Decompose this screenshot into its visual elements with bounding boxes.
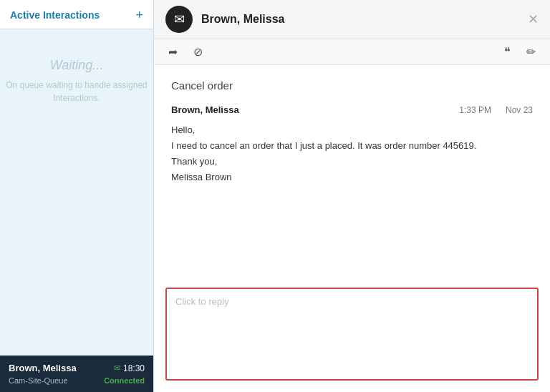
- close-button[interactable]: ✕: [528, 11, 539, 27]
- interaction-time-wrap: ✉ 18:30: [114, 363, 145, 373]
- interaction-contact-name: Brown, Melissa: [9, 363, 77, 373]
- app-container: Active Interactions + Waiting... On queu…: [0, 0, 550, 392]
- reply-placeholder: Click to reply: [175, 296, 228, 307]
- reply-area[interactable]: Click to reply: [165, 288, 539, 381]
- email-meta: Brown, Melissa 1:33 PM Nov 23: [171, 104, 533, 115]
- interaction-item-top: Brown, Melissa ✉ 18:30: [9, 363, 145, 373]
- waiting-title: Waiting...: [50, 58, 104, 73]
- toolbar-right: ❝ ✏: [501, 44, 539, 60]
- email-subject: Cancel order: [171, 79, 533, 92]
- toolbar: ➦ ⊘ ❝ ✏: [154, 39, 550, 65]
- main-content: ✉ Brown, Melissa ✕ ➦ ⊘ ❝ ✏ Cancel order …: [154, 0, 550, 392]
- interaction-item-bottom: Cam-Site-Queue Connected: [9, 376, 145, 385]
- avatar: ✉: [165, 6, 193, 33]
- email-body-line-2: I need to cancel an order that I just a …: [171, 138, 533, 154]
- email-area: Cancel order Brown, Melissa 1:33 PM Nov …: [154, 65, 550, 288]
- email-time-wrap: 1:33 PM Nov 23: [459, 105, 533, 115]
- email-icon: ✉: [114, 363, 120, 373]
- waiting-description: On queue waiting to handle assigned Inte…: [0, 79, 153, 104]
- email-sender: Brown, Melissa: [171, 104, 239, 115]
- sidebar-title: Active Interactions: [10, 9, 100, 21]
- avatar-icon: ✉: [174, 11, 185, 27]
- add-interaction-button[interactable]: +: [135, 9, 143, 21]
- contact-name: Brown, Melissa: [201, 13, 519, 26]
- email-body-line-3: Thank you,: [171, 154, 533, 170]
- block-button[interactable]: ⊘: [190, 44, 206, 60]
- sidebar-header: Active Interactions +: [0, 0, 153, 29]
- compose-button[interactable]: ✏: [524, 44, 539, 60]
- email-body: Hello, I need to cancel an order that I …: [171, 122, 533, 185]
- email-time: 1:33 PM: [459, 105, 491, 115]
- interaction-item[interactable]: Brown, Melissa ✉ 18:30 Cam-Site-Queue Co…: [0, 356, 153, 392]
- sidebar: Active Interactions + Waiting... On queu…: [0, 0, 154, 392]
- sidebar-waiting-area: Waiting... On queue waiting to handle as…: [0, 29, 153, 356]
- interaction-time: 18:30: [123, 363, 145, 373]
- forward-button[interactable]: ➦: [165, 44, 180, 60]
- email-body-line-4: Melissa Brown: [171, 170, 533, 185]
- email-date: Nov 23: [506, 105, 533, 115]
- email-body-line-1: Hello,: [171, 122, 533, 138]
- interaction-queue: Cam-Site-Queue: [9, 376, 68, 385]
- interaction-status: Connected: [104, 376, 145, 385]
- main-topbar: ✉ Brown, Melissa ✕: [154, 0, 550, 39]
- quote-button[interactable]: ❝: [501, 44, 513, 60]
